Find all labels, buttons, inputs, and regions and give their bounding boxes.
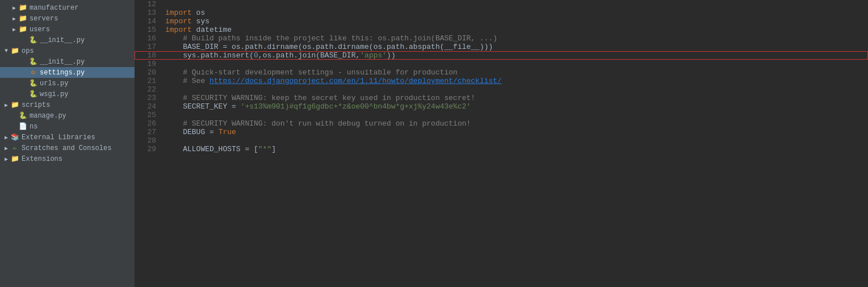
code-line-16: 16 # Build paths inside the project like…: [135, 34, 868, 43]
sidebar-item-label: scripts: [22, 101, 50, 109]
file-icon: 🐍: [28, 90, 37, 98]
code-line-25: 25: [135, 111, 868, 119]
sidebar-item-label: ops: [22, 47, 34, 55]
folder-icon: 📁: [18, 14, 27, 23]
folder-icon: 📁: [18, 3, 27, 12]
sidebar-item-scratches[interactable]: ▶ ✏ Scratches and Consoles: [0, 143, 135, 153]
sidebar-item-label: Scratches and Consoles: [22, 144, 111, 152]
file-icon: 📄: [18, 122, 27, 131]
sidebar-item-urls[interactable]: 🐍 urls.py: [0, 78, 135, 89]
sidebar-item-label: wsgi.py: [40, 90, 68, 98]
code-line-13: 13 import os: [135, 9, 868, 17]
sidebar-item-manufacturer[interactable]: ▶ 📁 manufacturer: [0, 2, 135, 13]
sidebar-item-label: servers: [30, 15, 58, 23]
sidebar-item-label: manage.py: [30, 112, 66, 120]
code-line-26: 26 # SECURITY WARNING: don't run with de…: [135, 119, 868, 128]
file-tree: ▶ 📁 manufacturer ▶ 📁 servers ▶ 📁 users 🐍…: [0, 0, 135, 287]
code-content: 12 13 import os 14 import sys 15 import …: [135, 0, 868, 153]
code-line-29: 29 ALLOWED_HOSTS = ["*"]: [135, 145, 868, 153]
code-line-17: 17 BASE_DIR = os.path.dirname(os.path.di…: [135, 43, 868, 51]
code-editor[interactable]: 12 13 import os 14 import sys 15 import …: [135, 0, 868, 287]
sidebar-item-label: users: [30, 26, 50, 34]
expand-arrow: ▶: [2, 156, 10, 163]
sidebar-item-users[interactable]: ▶ 📁 users: [0, 24, 135, 35]
folder-icon: 📁: [10, 47, 19, 55]
sidebar-item-settings[interactable]: ⚙ settings.py: [0, 67, 135, 78]
sidebar-item-label: __init__.py: [40, 36, 85, 44]
code-line-20: 20 # Quick-start development settings - …: [135, 68, 868, 77]
code-line-15: 15 import datetime: [135, 26, 868, 34]
sidebar-item-extensions[interactable]: ▶ 📁 Extensions: [0, 153, 135, 164]
code-line-23: 23 # SECURITY WARNING: keep the secret k…: [135, 94, 868, 102]
code-line-28: 28: [135, 136, 868, 145]
expand-arrow: ▶: [10, 5, 18, 11]
folder-icon: 📁: [10, 101, 19, 109]
expand-arrow: ▶: [2, 102, 10, 109]
expand-arrow: ▶: [2, 134, 10, 141]
file-icon: 🐍: [28, 57, 37, 66]
code-line-18: 18 sys.path.insert(0,os.path.join(BASE_D…: [135, 51, 868, 60]
sidebar-item-label: ns: [30, 123, 37, 131]
sidebar-item-label: External Libraries: [22, 134, 95, 142]
sidebar-item-label: urls.py: [40, 80, 68, 88]
sidebar-item-ops[interactable]: ▼ 📁 ops: [0, 45, 135, 56]
folder-icon: 📁: [10, 155, 19, 163]
sidebar-item-label: Extensions: [22, 155, 62, 163]
expand-arrow: ▶: [2, 145, 10, 152]
sidebar-item-managepy[interactable]: 🐍 manage.py: [0, 110, 135, 121]
file-icon: 🐍: [18, 111, 27, 120]
code-line-14: 14 import sys: [135, 17, 868, 26]
sidebar-item-label: __init__.py: [40, 58, 85, 66]
expand-arrow: ▼: [2, 48, 10, 54]
code-line-21: 21 # See https://docs.djangoproject.com/…: [135, 77, 868, 85]
code-line-22: 22: [135, 85, 868, 94]
file-icon: 🐍: [28, 36, 37, 44]
sidebar-item-label: settings.py: [40, 69, 85, 77]
folder-icon: 📁: [18, 25, 27, 34]
code-line-24: 24 SECRET_KEY = '+s13%m901)#qf1g6gdbc+*z…: [135, 102, 868, 111]
sidebar-item-ops-init[interactable]: 🐍 __init__.py: [0, 56, 135, 67]
code-line-19: 19: [135, 60, 868, 68]
code-line-12: 12: [135, 0, 868, 9]
expand-arrow: ▶: [10, 26, 18, 33]
sidebar-item-scripts[interactable]: ▶ 📁 scripts: [0, 99, 135, 110]
file-icon: 🐍: [28, 79, 37, 88]
scratches-icon: ✏: [10, 144, 19, 152]
sidebar-item-external-libraries[interactable]: ▶ 📚 External Libraries: [0, 132, 135, 143]
expand-arrow: ▶: [10, 15, 18, 22]
sidebar-item-ns[interactable]: 📄 ns: [0, 121, 135, 132]
external-libraries-icon: 📚: [10, 133, 19, 142]
file-settings-icon: ⚙: [28, 68, 37, 77]
code-line-27: 27 DEBUG = True: [135, 128, 868, 136]
sidebar-item-servers[interactable]: ▶ 📁 servers: [0, 13, 135, 24]
sidebar-item-label: manufacturer: [30, 4, 78, 12]
sidebar-item-wsgi[interactable]: 🐍 wsgi.py: [0, 89, 135, 99]
sidebar-item-init-py[interactable]: 🐍 __init__.py: [0, 35, 135, 45]
